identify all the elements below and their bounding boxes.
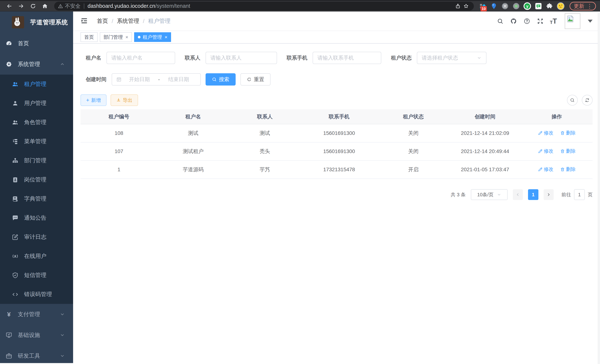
sidebar-item-error-code[interactable]: 错误码管理: [0, 285, 73, 304]
pagination-total: 共 3 条: [451, 191, 466, 198]
edit-button[interactable]: 修改: [538, 130, 553, 136]
search-button[interactable]: 搜索: [206, 73, 236, 85]
col-tenant-id: 租户编号: [81, 109, 157, 124]
browser-update-button[interactable]: 更新 ⋮: [570, 2, 596, 10]
dictionary-book-icon: [11, 195, 19, 203]
col-mobile: 联系手机: [301, 109, 377, 124]
breadcrumb-current: 租户管理: [148, 17, 170, 25]
next-page-button[interactable]: [544, 189, 554, 200]
table-row: 1 芋道源码 芋艿 17321315478 开启 2021-01-05 17:0…: [81, 160, 593, 179]
monitor-icon: [5, 331, 13, 339]
extensions-puzzle-icon[interactable]: [545, 1, 554, 11]
date-range-picker[interactable]: 开始日期 - 结束日期: [112, 73, 201, 85]
back-icon[interactable]: [4, 2, 14, 10]
font-size-icon[interactable]: TT: [550, 18, 557, 25]
tab-dept[interactable]: 部门管理×: [100, 32, 132, 42]
delete-button[interactable]: 删除: [560, 166, 576, 173]
avatar-broken-image[interactable]: [565, 13, 580, 29]
extension-tabs-icon[interactable]: 10: [478, 1, 488, 11]
top-navbar: 首页 / 系统管理 / 租户管理 TT: [73, 11, 600, 31]
chevron-down-icon: [60, 332, 65, 338]
trash-icon: [560, 167, 565, 172]
sidebar-item-pay[interactable]: ¥ 支付管理: [0, 304, 73, 325]
extension-badge: 10: [480, 6, 487, 11]
bookmark-star-icon[interactable]: [462, 2, 470, 10]
sidebar-collapse-icon[interactable]: [81, 17, 89, 25]
prev-page-button[interactable]: [513, 189, 523, 200]
tenant-name-input[interactable]: [106, 52, 175, 64]
tab-tenant[interactable]: 租户管理×: [134, 32, 171, 42]
add-button[interactable]: + 新增: [81, 94, 106, 106]
download-icon: [116, 98, 121, 103]
forward-icon[interactable]: [16, 2, 26, 10]
status-select[interactable]: 请选择租户状态: [417, 52, 487, 64]
extension-command-icon[interactable]: ⌘: [500, 1, 510, 11]
sidebar-item-role[interactable]: 角色管理: [0, 113, 73, 132]
delete-button[interactable]: 删除: [560, 148, 576, 154]
status-text: 关闭: [377, 124, 449, 142]
extension-record-icon[interactable]: [511, 1, 521, 11]
toggle-search-button[interactable]: [567, 95, 578, 106]
contact-input[interactable]: [206, 52, 277, 64]
sidebar-item-post[interactable]: 岗位管理: [0, 170, 73, 189]
edit-icon: [538, 131, 543, 135]
shield-check-icon: [11, 272, 19, 279]
sidebar-item-dict[interactable]: 字典管理: [0, 189, 73, 208]
reset-button[interactable]: 重置: [240, 73, 271, 85]
sidebar-item-audit-log[interactable]: 审计日志: [0, 227, 73, 247]
share-icon[interactable]: [454, 2, 462, 10]
page-size-select[interactable]: 10条/页: [471, 189, 508, 200]
chevron-down-icon: [497, 192, 501, 197]
breadcrumb-home[interactable]: 首页: [97, 17, 108, 25]
chevron-down-icon: [477, 56, 482, 60]
edit-button[interactable]: 修改: [538, 148, 553, 154]
security-label: 不安全: [65, 3, 81, 10]
help-icon[interactable]: [523, 18, 531, 25]
sidebar-item-system[interactable]: 系统管理: [0, 54, 73, 75]
close-icon[interactable]: ×: [125, 34, 128, 40]
github-icon[interactable]: [510, 18, 517, 25]
sidebar-item-sms[interactable]: 短信管理: [0, 266, 73, 285]
sidebar-item-home[interactable]: 首页: [0, 33, 73, 54]
scrollbar[interactable]: [598, 12, 600, 364]
sidebar-item-dept[interactable]: 部门管理: [0, 151, 73, 170]
sidebar-item-user[interactable]: 用户管理: [0, 94, 73, 113]
profile-avatar-icon[interactable]: [556, 1, 565, 11]
export-button[interactable]: 导出: [111, 94, 138, 106]
mobile-input[interactable]: [313, 52, 381, 64]
sidebar-item-notice[interactable]: 通知公告: [0, 208, 73, 227]
home-icon[interactable]: [40, 2, 50, 10]
url-bar[interactable]: 不安全 dashboard.yudao.iocoder.cn/system/te…: [54, 2, 474, 10]
goto-label: 前往: [562, 191, 571, 198]
reload-icon[interactable]: [28, 2, 38, 10]
extension-chat-icon[interactable]: [534, 1, 543, 11]
plus-icon: +: [86, 97, 89, 103]
edit-icon: [538, 149, 543, 154]
extension-pin-icon[interactable]: [489, 1, 499, 11]
extension-yudao-icon[interactable]: y: [523, 1, 532, 11]
browser-toolbar: 不安全 dashboard.yudao.iocoder.cn/system/te…: [0, 0, 600, 11]
system-submenu: 租户管理 用户管理 角色管理 菜单管理 部门管理: [0, 75, 73, 304]
sidebar-item-infra[interactable]: 基础设施: [0, 325, 73, 345]
edit-icon: [538, 167, 543, 172]
fullscreen-icon[interactable]: [536, 18, 544, 25]
avatar-dropdown-caret-icon[interactable]: [588, 20, 593, 23]
app-logo[interactable]: 芋道管理系统: [0, 11, 73, 33]
breadcrumb-system[interactable]: 系统管理: [117, 17, 139, 25]
sidebar-item-menu[interactable]: 菜单管理: [0, 132, 73, 151]
delete-button[interactable]: 删除: [560, 130, 576, 136]
page-number-current[interactable]: 1: [528, 189, 538, 200]
sidebar-item-dev-tools[interactable]: 研发工具: [0, 345, 73, 363]
sidebar-item-online-users[interactable]: 在线用户: [0, 247, 73, 266]
sidebar-item-tenant[interactable]: 租户管理: [0, 75, 73, 94]
refresh-table-button[interactable]: [582, 95, 593, 106]
close-icon[interactable]: ×: [165, 34, 167, 40]
edit-button[interactable]: 修改: [538, 166, 553, 173]
mobile-label: 联系手机: [287, 54, 313, 61]
yen-icon: ¥: [5, 311, 13, 318]
badge-icon: [11, 176, 19, 184]
tab-home[interactable]: 首页: [81, 32, 98, 42]
browser-menu-icon[interactable]: ⋮: [587, 3, 592, 9]
goto-page-input[interactable]: [574, 189, 585, 200]
search-icon[interactable]: [497, 18, 504, 25]
